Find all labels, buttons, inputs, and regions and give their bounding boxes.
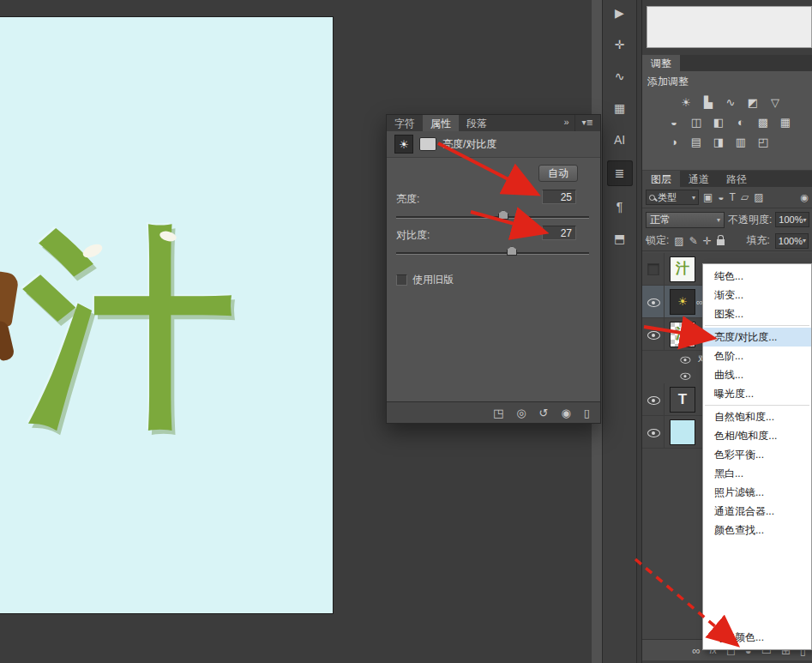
menu-item[interactable] — [703, 539, 811, 628]
document-canvas[interactable]: 汁 — [0, 17, 333, 613]
menu-item[interactable]: 色彩平衡... — [703, 445, 811, 464]
reset-icon[interactable]: ↺ — [539, 407, 549, 419]
layers-panel-tab[interactable]: 通道 — [680, 171, 718, 187]
menu-item[interactable]: 照片滤镜... — [703, 483, 811, 502]
posterize-icon[interactable]: ▤ — [687, 133, 706, 150]
fill-value: 100% — [779, 236, 803, 246]
adjustment-filter-icon[interactable]: ◒ — [718, 192, 724, 202]
histogram-panel-icon[interactable]: ▦ — [607, 97, 633, 119]
type-filter-icon[interactable]: T — [730, 192, 736, 202]
layers-panel-tab[interactable]: 路径 — [718, 171, 755, 187]
use-legacy-checkbox[interactable] — [396, 274, 407, 286]
pixel-filter-icon[interactable]: ▣ — [703, 192, 713, 202]
brightness-slider[interactable] — [396, 216, 589, 219]
menu-item[interactable]: 色相/饱和度... — [703, 426, 811, 445]
visibility-toggle[interactable] — [642, 318, 665, 350]
smart-object-filter-icon[interactable]: ▨ — [754, 192, 763, 202]
channel-mixer-icon[interactable]: ▩ — [754, 113, 773, 130]
threshold-icon[interactable]: ◨ — [709, 133, 728, 150]
menu-item[interactable]: 色阶... — [703, 347, 811, 365]
visibility-toggle[interactable] — [678, 353, 692, 365]
layer-thumbnail[interactable]: T — [670, 387, 695, 413]
lock-transparency-icon[interactable]: ▨ — [674, 236, 683, 246]
vibrance-icon[interactable]: ▽ — [766, 93, 785, 111]
brightness-input[interactable]: 25 — [542, 190, 576, 204]
layer-thumbnail[interactable]: 汁 — [670, 322, 695, 347]
brightness-slider-thumb[interactable] — [498, 210, 508, 220]
panel-overflow-icon[interactable]: » — [558, 115, 574, 131]
menu-item[interactable]: 纯色... — [703, 267, 811, 286]
layer-thumbnail[interactable]: ☀ — [670, 289, 695, 315]
menu-item[interactable]: 颜色查找... — [703, 521, 811, 539]
auto-button[interactable]: 自动 — [538, 165, 578, 182]
layer-thumbnail[interactable]: 汁 — [670, 256, 695, 282]
properties-panel-icon[interactable]: ≣ — [607, 160, 633, 186]
empty-panel-area — [647, 6, 812, 48]
lock-all-icon[interactable] — [717, 239, 725, 245]
panel-menu-icon[interactable]: ▾≣ — [574, 115, 600, 131]
filter-kind-select[interactable]: 类型 ▾ — [646, 190, 699, 205]
collapse-dock-icon[interactable]: ▶ — [607, 2, 633, 24]
visibility-eye-icon[interactable]: ◉ — [562, 407, 571, 419]
menu-item[interactable]: 图案... — [703, 304, 811, 323]
layer-mask-icon — [419, 137, 436, 151]
contrast-slider-thumb[interactable] — [507, 246, 517, 256]
contrast-slider[interactable] — [396, 252, 589, 255]
brightness-contrast-icon[interactable]: ☀ — [677, 93, 695, 111]
gradient-map-icon[interactable]: ▥ — [731, 133, 750, 150]
curves-panel-icon[interactable]: ∿ — [607, 65, 633, 87]
paragraph-panel-icon[interactable]: ¶ — [607, 196, 633, 218]
lock-position-icon[interactable]: ✛ — [703, 236, 712, 246]
layers-panel-tab[interactable]: 图层 — [642, 171, 680, 187]
invert-icon[interactable]: ◑ — [665, 133, 683, 150]
hue-saturation-icon[interactable]: ◒ — [665, 113, 683, 130]
curves-icon[interactable]: ∿ — [721, 93, 740, 111]
contrast-input[interactable]: 27 — [542, 226, 576, 240]
menu-item[interactable]: 可选颜色... — [703, 628, 811, 647]
toggle-last-state-icon[interactable]: ◎ — [516, 407, 526, 419]
selective-color-icon[interactable]: ◰ — [754, 133, 773, 150]
properties-panel-tab[interactable]: 段落 — [459, 115, 495, 131]
layer-filter-row: 类型 ▾ ▣◒T▱▨ ◉ — [642, 187, 812, 208]
fill-input[interactable]: 100% ▾ — [775, 233, 809, 249]
opacity-input[interactable]: 100% ▾ — [775, 212, 809, 227]
photo-filter-icon[interactable]: ◐ — [731, 113, 750, 130]
properties-panel-tab[interactable]: 字符 — [387, 115, 423, 131]
black-white-icon[interactable]: ◧ — [709, 113, 728, 130]
layer-thumbnail[interactable] — [670, 419, 695, 445]
menu-item[interactable] — [705, 325, 809, 326]
levels-icon[interactable]: ▙ — [699, 93, 718, 111]
menu-item[interactable]: 亮度/对比度... — [703, 328, 811, 347]
delete-adjustment-icon[interactable]: ▯ — [584, 407, 590, 419]
adjustments-tab-row: 调整 — [642, 55, 812, 71]
menu-item[interactable]: 自然饱和度... — [703, 407, 811, 426]
menu-item[interactable] — [705, 405, 809, 406]
eye-icon — [647, 328, 659, 341]
color-sampler-icon[interactable]: ✛ — [607, 33, 633, 56]
visibility-toggle[interactable] — [678, 369, 692, 382]
menu-item[interactable]: 黑白... — [703, 464, 811, 483]
fill-label: 填充: — [747, 233, 770, 248]
clip-to-layer-icon[interactable]: ◳ — [493, 407, 503, 419]
lock-pixels-icon[interactable]: ✎ — [689, 236, 698, 246]
glyphs-panel-icon[interactable]: AI — [607, 129, 633, 151]
color-balance-icon[interactable]: ◫ — [687, 113, 706, 130]
blend-row: 正常 ▾ 不透明度: 100% ▾ — [642, 208, 812, 231]
visibility-toggle[interactable] — [642, 286, 665, 317]
properties-panel-tab[interactable]: 属性 — [423, 115, 459, 131]
menu-item[interactable]: 曲线... — [703, 365, 811, 384]
3d-panel-icon[interactable]: ⬒ — [607, 227, 633, 250]
link-layers-icon[interactable]: ∞ — [692, 645, 700, 656]
menu-item[interactable]: 通道混合器... — [703, 502, 811, 521]
shape-filter-icon[interactable]: ▱ — [741, 192, 749, 202]
exposure-icon[interactable]: ◩ — [743, 93, 762, 111]
menu-item[interactable]: 渐变... — [703, 286, 811, 304]
menu-item[interactable]: 曝光度... — [703, 384, 811, 403]
visibility-toggle[interactable] — [642, 383, 665, 415]
color-lookup-icon[interactable]: ▦ — [776, 113, 795, 130]
visibility-toggle[interactable] — [642, 253, 665, 285]
tab-adjustments[interactable]: 调整 — [642, 55, 680, 71]
blend-mode-select[interactable]: 正常 ▾ — [646, 212, 725, 228]
filter-switch-icon[interactable]: ◉ — [800, 192, 809, 203]
visibility-toggle[interactable] — [642, 416, 665, 448]
